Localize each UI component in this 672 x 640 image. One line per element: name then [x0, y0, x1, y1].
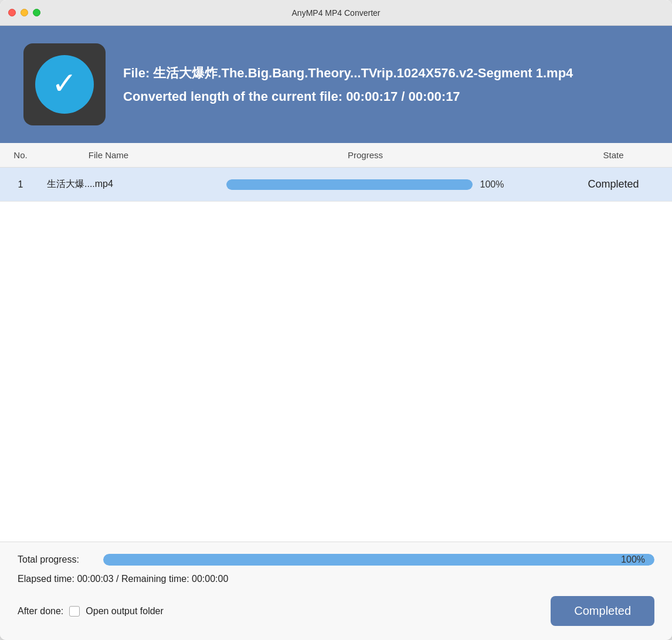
- bottom-area: Total progress: 100% Elapsed time: 00:00…: [0, 542, 672, 640]
- after-done-left: After done: Open output folder: [18, 606, 164, 617]
- after-done-row: After done: Open output folder Completed: [18, 596, 654, 626]
- elapsed-row: Elapsed time: 00:00:03 / Remaining time:…: [18, 574, 654, 584]
- header-info: File: 生活大爆炸.The.Big.Bang.Theory...TVrip.…: [123, 64, 573, 104]
- check-icon-wrapper: ✓: [23, 43, 106, 125]
- table-area: No. File Name Progress State 1 生活大爆....m…: [0, 143, 672, 542]
- table-body: 1 生活大爆....mp4 100% Completed: [0, 168, 672, 542]
- row-state: Completed: [555, 178, 672, 190]
- table-header: No. File Name Progress State: [0, 143, 672, 168]
- total-progress-percent: 100%: [621, 554, 645, 565]
- minimize-button[interactable]: [21, 9, 28, 16]
- row-progress-fill: [226, 179, 473, 190]
- open-output-checkbox[interactable]: [69, 606, 80, 617]
- col-header-state: State: [555, 150, 672, 160]
- checkmark-icon: ✓: [52, 68, 77, 98]
- row-no: 1: [0, 179, 41, 190]
- header-duration: Converted length of the current file: 00…: [123, 89, 573, 104]
- total-progress-label: Total progress:: [18, 554, 94, 565]
- after-done-label: After done:: [18, 606, 63, 617]
- row-filename: 生活大爆....mp4: [41, 178, 176, 190]
- title-bar: AnyMP4 MP4 Converter: [0, 0, 672, 26]
- open-output-label: Open output folder: [86, 606, 164, 617]
- header-filename: File: 生活大爆炸.The.Big.Bang.Theory...TVrip.…: [123, 64, 573, 82]
- table-row: 1 生活大爆....mp4 100% Completed: [0, 168, 672, 202]
- total-progress-bar-container: 100%: [103, 554, 654, 566]
- header-banner: ✓ File: 生活大爆炸.The.Big.Bang.Theory...TVri…: [0, 26, 672, 143]
- total-progress-row: Total progress: 100%: [18, 554, 654, 566]
- traffic-lights: [8, 9, 40, 16]
- total-progress-bar-fill: [103, 554, 654, 566]
- completed-button[interactable]: Completed: [551, 596, 654, 626]
- check-circle: ✓: [35, 55, 94, 114]
- window-title: AnyMP4 MP4 Converter: [292, 8, 381, 18]
- row-progress-bar: [226, 179, 473, 190]
- maximize-button[interactable]: [33, 9, 40, 16]
- col-header-no: No.: [0, 150, 41, 160]
- row-progress-label: 100%: [480, 179, 504, 190]
- col-header-filename: File Name: [41, 150, 176, 160]
- col-header-progress: Progress: [176, 150, 555, 160]
- close-button[interactable]: [8, 9, 16, 16]
- row-progress-cell: 100%: [176, 179, 555, 190]
- main-window: AnyMP4 MP4 Converter ✓ File: 生活大爆炸.The.B…: [0, 0, 672, 640]
